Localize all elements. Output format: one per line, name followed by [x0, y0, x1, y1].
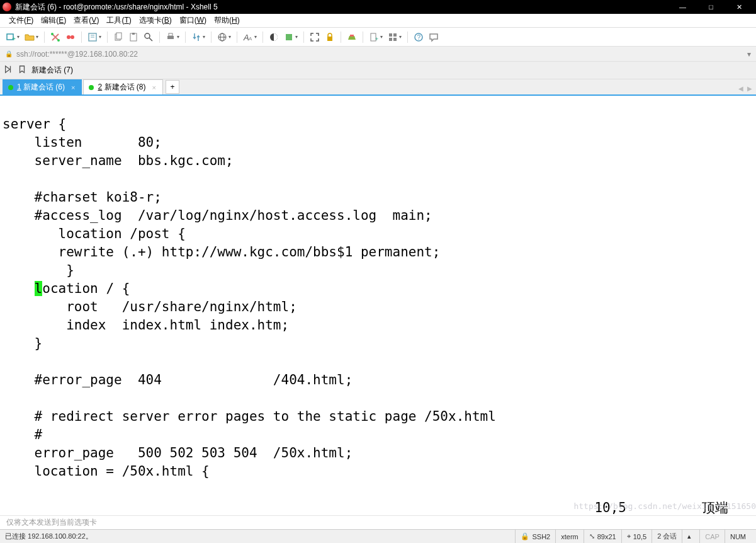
- tab-session-2[interactable]: 2 新建会话 (8) ×: [83, 79, 162, 94]
- color-scheme-button[interactable]: [267, 30, 281, 44]
- window-controls: — □ ✕: [669, 0, 753, 14]
- svg-rect-16: [169, 33, 172, 36]
- tab-close-icon[interactable]: ×: [152, 84, 156, 91]
- svg-rect-31: [393, 38, 397, 41]
- menu-view[interactable]: 查看(V): [70, 14, 103, 27]
- new-button[interactable]: +: [367, 30, 385, 44]
- statusbar: 已连接 192.168.100.80:22。 🔒SSH2 xterm ⤡ 89x…: [0, 529, 756, 543]
- lock-icon: 🔒: [521, 532, 529, 540]
- menu-tools[interactable]: 工具(T): [103, 14, 135, 27]
- app-icon: [3, 3, 11, 11]
- svg-rect-10: [116, 33, 121, 39]
- highlight-button[interactable]: [282, 30, 300, 44]
- tab-nav-right-icon[interactable]: ▶: [747, 85, 752, 92]
- tab-nav-left-icon[interactable]: ◀: [738, 85, 743, 92]
- svg-rect-12: [132, 33, 135, 35]
- svg-text:+: +: [12, 35, 16, 42]
- status-connection: 已连接 192.168.100.80:22。: [5, 532, 515, 541]
- svg-point-4: [67, 35, 71, 39]
- toolbar: + AA + ?: [0, 28, 756, 47]
- fullscreen-button[interactable]: [308, 30, 322, 44]
- svg-point-5: [71, 35, 74, 39]
- input-hint: 仅将文本发送到当前选项卡: [6, 517, 97, 528]
- layout-button[interactable]: [386, 30, 403, 44]
- menubar: 文件(F) 编辑(E) 查看(V) 工具(T) 选项卡(B) 窗口(W) 帮助(…: [0, 14, 756, 28]
- vi-mode: 顶端: [702, 499, 728, 515]
- status-term: xterm: [555, 530, 584, 543]
- menu-window[interactable]: 窗口(W): [176, 14, 210, 27]
- cursor-position: 10,5: [594, 499, 626, 515]
- svg-point-2: [51, 33, 54, 35]
- font-button[interactable]: AA: [241, 30, 259, 44]
- transfer-button[interactable]: [189, 30, 207, 44]
- xftp-button[interactable]: [345, 30, 359, 44]
- status-ssh: 🔒SSH2: [515, 530, 555, 543]
- session-label[interactable]: 新建会话 (7): [31, 65, 73, 76]
- reconnect-button[interactable]: [48, 30, 62, 44]
- close-button[interactable]: ✕: [725, 0, 753, 14]
- arrow-forward-icon[interactable]: [4, 65, 13, 76]
- status-pos: ⌖ 10,5: [621, 530, 652, 543]
- address-text[interactable]: ssh://root:******@192.168.100.80:22: [16, 50, 743, 59]
- svg-text:+: +: [375, 36, 378, 42]
- terminal-status-line: 10,5 顶端: [3, 499, 753, 515]
- titlebar: 新建会话 (6) - root@promote:/usr/share/nginx…: [0, 0, 756, 14]
- svg-line-14: [149, 38, 152, 41]
- tab-strip: 1 新建会话 (6) × 2 新建会话 (8) × + ◀ ▶: [0, 79, 756, 96]
- svg-point-3: [57, 39, 60, 42]
- input-hint-bar[interactable]: 仅将文本发送到当前选项卡: [0, 515, 756, 529]
- menu-edit[interactable]: 编辑(E): [37, 14, 70, 27]
- terminal-content[interactable]: server { listen 80; server_name bbs.kgc.…: [3, 115, 753, 481]
- tab-add-button[interactable]: +: [166, 80, 179, 94]
- status-cap: CAP: [699, 530, 725, 543]
- cursor-icon: ⌖: [627, 532, 631, 540]
- resize-icon: ⤡: [589, 532, 595, 540]
- svg-rect-30: [389, 38, 392, 41]
- print-button[interactable]: [164, 30, 181, 44]
- menu-file[interactable]: 文件(F): [5, 14, 37, 27]
- lock-icon: 🔒: [5, 50, 13, 57]
- open-session-button[interactable]: [23, 30, 40, 44]
- encoding-button[interactable]: [215, 30, 233, 44]
- status-dot-icon: [89, 85, 94, 90]
- status-size: ⤡ 89x21: [584, 530, 621, 543]
- chevron-up-icon[interactable]: ▴: [687, 532, 691, 540]
- svg-text:A: A: [249, 36, 252, 42]
- find-button[interactable]: [142, 30, 155, 44]
- svg-text:?: ?: [417, 34, 421, 41]
- svg-rect-15: [167, 36, 174, 39]
- tab-session-1[interactable]: 1 新建会话 (6) ×: [3, 79, 82, 94]
- status-sessions: 2 会话: [652, 530, 682, 543]
- help-button[interactable]: ?: [412, 30, 426, 44]
- address-dropdown-icon[interactable]: ▾: [747, 50, 751, 59]
- svg-rect-28: [389, 33, 392, 37]
- status-dot-icon: [8, 85, 13, 90]
- maximize-button[interactable]: □: [697, 0, 725, 14]
- lock-button[interactable]: [323, 30, 337, 44]
- feedback-button[interactable]: [427, 30, 441, 44]
- svg-point-13: [145, 33, 150, 38]
- new-session-button[interactable]: +: [4, 30, 21, 44]
- copy-button[interactable]: [111, 30, 125, 44]
- paste-button[interactable]: [127, 30, 140, 44]
- bookmark-icon[interactable]: [18, 65, 26, 76]
- menu-help[interactable]: 帮助(H): [210, 14, 244, 27]
- properties-button[interactable]: [86, 30, 103, 44]
- status-divider: ▴: [682, 530, 699, 543]
- svg-rect-29: [393, 33, 397, 37]
- address-bar: 🔒 ssh://root:******@192.168.100.80:22 ▾: [0, 47, 756, 62]
- svg-rect-23: [286, 34, 292, 40]
- tab-close-icon[interactable]: ×: [71, 84, 75, 91]
- menu-tab[interactable]: 选项卡(B): [135, 14, 176, 27]
- disconnect-button[interactable]: [64, 30, 77, 44]
- terminal[interactable]: server { listen 80; server_name bbs.kgc.…: [0, 96, 756, 515]
- status-num: NUM: [725, 530, 751, 543]
- window-title: 新建会话 (6) - root@promote:/usr/share/nginx…: [15, 2, 669, 13]
- minimize-button[interactable]: —: [669, 0, 697, 14]
- svg-rect-25: [350, 35, 354, 37]
- svg-rect-24: [327, 37, 332, 41]
- session-bar: 新建会话 (7): [0, 62, 756, 79]
